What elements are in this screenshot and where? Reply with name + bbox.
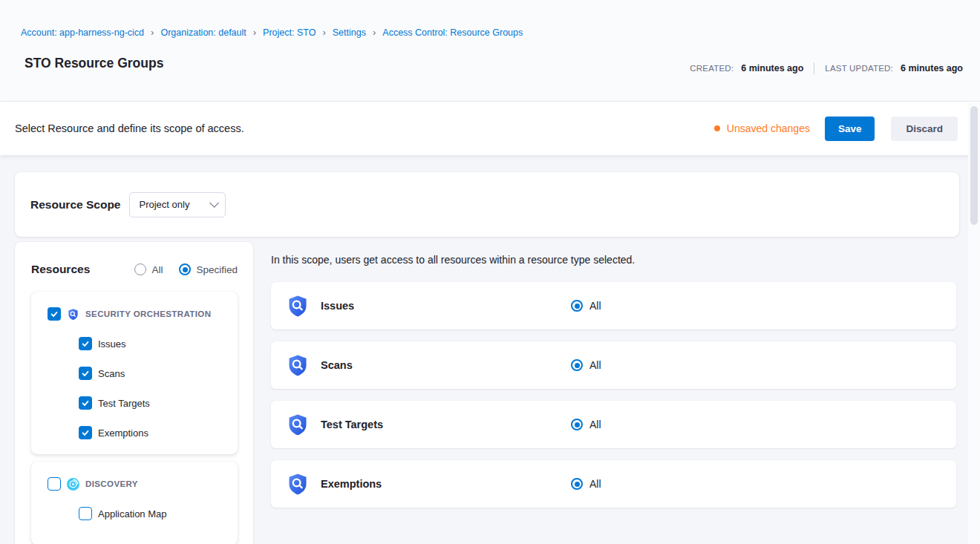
toolbar-actions: Unsaved changes Save Discard bbox=[714, 117, 958, 141]
checkmark-icon bbox=[81, 339, 90, 348]
resource-card-label: Exemptions bbox=[321, 478, 571, 490]
resource-card-label: Test Targets bbox=[321, 419, 571, 430]
created-label: CREATED: bbox=[690, 64, 734, 73]
resource-item-issues: Issues bbox=[31, 337, 238, 350]
resource-item-exemptions: Exemptions bbox=[31, 426, 238, 439]
resource-checkbox-exemptions[interactable] bbox=[79, 426, 92, 439]
toolbar-description: Select Resource and define its scope of … bbox=[15, 122, 244, 134]
header-meta: CREATED: 6 minutes ago LAST UPDATED: 6 m… bbox=[690, 62, 963, 74]
radio-dot bbox=[138, 267, 143, 272]
radio-specified[interactable]: Specified bbox=[179, 263, 238, 275]
page-header: Account: app-harness-ng-cicd › Organizat… bbox=[0, 0, 980, 102]
radio-all-circle[interactable] bbox=[134, 263, 146, 275]
discovery-icon bbox=[67, 478, 79, 491]
radio-dot bbox=[575, 363, 580, 368]
access-radio-circle[interactable] bbox=[571, 359, 583, 371]
resource-card-issues: Issues All bbox=[271, 282, 956, 330]
group-label: SECURITY ORCHESTRATION bbox=[85, 309, 211, 318]
group-checkbox-discovery[interactable] bbox=[48, 477, 61, 491]
created-value: 6 minutes ago bbox=[741, 63, 803, 73]
chevron-right-icon: › bbox=[373, 27, 376, 37]
chevron-right-icon: › bbox=[253, 27, 256, 37]
resource-item-label: Test Targets bbox=[98, 398, 150, 409]
chevron-right-icon: › bbox=[322, 27, 325, 37]
resource-checkbox-issues[interactable] bbox=[79, 337, 92, 350]
access-radio-all[interactable]: All bbox=[571, 359, 601, 371]
sto-shield-icon bbox=[286, 472, 310, 496]
radio-dot bbox=[575, 304, 580, 309]
resource-card-label: Issues bbox=[321, 300, 571, 312]
resources-header: Resources All Specified bbox=[31, 263, 238, 276]
breadcrumb-link-access-control[interactable]: Access Control: Resource Groups bbox=[382, 27, 523, 38]
resource-checkbox-scans[interactable] bbox=[79, 367, 92, 380]
scrollbar[interactable] bbox=[968, 102, 980, 544]
resource-checkbox-application-map[interactable] bbox=[79, 507, 92, 520]
access-radio-label: All bbox=[589, 419, 601, 430]
main-column: In this scope, users get access to all r… bbox=[271, 242, 956, 544]
content-columns: Resources All Specified bbox=[0, 242, 980, 544]
unsaved-changes-text: Unsaved changes bbox=[727, 122, 810, 134]
unsaved-dot-icon bbox=[714, 125, 720, 131]
access-radio-label: All bbox=[589, 359, 601, 371]
access-radio-circle[interactable] bbox=[571, 419, 583, 430]
save-button[interactable]: Save bbox=[825, 117, 875, 141]
sto-shield-icon bbox=[286, 294, 310, 318]
resource-group-security-orchestration: SECURITY ORCHESTRATION Issues Scans bbox=[31, 292, 238, 454]
resource-card-exemptions: Exemptions All bbox=[271, 460, 956, 508]
unsaved-changes: Unsaved changes bbox=[714, 122, 810, 134]
app-viewport: Account: app-harness-ng-cicd › Organizat… bbox=[0, 0, 980, 544]
chevron-right-icon: › bbox=[151, 27, 154, 37]
radio-all-label: All bbox=[151, 264, 163, 275]
breadcrumb-link-account[interactable]: Account: app-harness-ng-cicd bbox=[21, 27, 144, 38]
resource-item-scans: Scans bbox=[31, 367, 238, 380]
resource-scope-select[interactable]: Project only bbox=[129, 192, 226, 217]
checkmark-icon bbox=[81, 428, 90, 437]
resource-scope-label: Resource Scope bbox=[30, 198, 120, 212]
resources-mode-radios: All Specified bbox=[134, 263, 238, 275]
resource-item-label: Issues bbox=[98, 338, 126, 350]
content-area: Resource Scope Project only Resources Al… bbox=[0, 155, 980, 544]
group-checkbox-security-orchestration[interactable] bbox=[48, 307, 61, 321]
breadcrumb-link-organization[interactable]: Organization: default bbox=[160, 27, 246, 38]
access-radio-label: All bbox=[589, 300, 601, 312]
group-header: SECURITY ORCHESTRATION bbox=[31, 307, 238, 321]
scrollbar-thumb[interactable] bbox=[970, 106, 978, 225]
resource-group-discovery: DISCOVERY Application Map bbox=[31, 462, 238, 544]
toolbar: Select Resource and define its scope of … bbox=[0, 102, 980, 155]
access-radio-all[interactable]: All bbox=[571, 300, 601, 312]
radio-dot bbox=[575, 422, 580, 427]
radio-all[interactable]: All bbox=[134, 263, 163, 275]
chevron-down-icon bbox=[210, 198, 220, 208]
resource-item-test-targets: Test Targets bbox=[31, 396, 238, 410]
resource-checkbox-test-targets[interactable] bbox=[79, 396, 92, 410]
checkmark-icon bbox=[81, 399, 90, 407]
radio-specified-circle[interactable] bbox=[179, 263, 191, 275]
access-radio-all[interactable]: All bbox=[571, 419, 601, 430]
checkmark-icon bbox=[50, 309, 59, 318]
resource-item-label: Exemptions bbox=[98, 427, 148, 439]
breadcrumb-link-settings[interactable]: Settings bbox=[333, 27, 366, 38]
access-radio-label: All bbox=[589, 478, 601, 490]
resource-card-scans: Scans All bbox=[271, 341, 956, 389]
access-radio-circle[interactable] bbox=[571, 478, 583, 490]
sto-shield-icon bbox=[286, 353, 310, 377]
resource-scope-card: Resource Scope Project only bbox=[15, 172, 959, 237]
radio-dot bbox=[575, 482, 580, 487]
breadcrumb-link-project[interactable]: Project: STO bbox=[263, 27, 316, 38]
resource-cards: Issues All Scans All bbox=[271, 282, 956, 508]
group-header: DISCOVERY bbox=[31, 477, 238, 491]
radio-specified-label: Specified bbox=[196, 264, 238, 275]
group-label: DISCOVERY bbox=[85, 479, 138, 488]
resource-item-application-map: Application Map bbox=[31, 507, 238, 520]
resource-scope-selected-value: Project only bbox=[139, 199, 189, 210]
access-radio-all[interactable]: All bbox=[571, 478, 601, 490]
radio-dot bbox=[183, 267, 188, 272]
sto-shield-icon bbox=[67, 308, 79, 321]
resources-panel: Resources All Specified bbox=[15, 242, 253, 544]
resource-card-label: Scans bbox=[321, 359, 571, 371]
resources-title: Resources bbox=[31, 263, 90, 276]
main-description: In this scope, users get access to all r… bbox=[271, 254, 956, 266]
discard-button[interactable]: Discard bbox=[891, 117, 958, 141]
access-radio-circle[interactable] bbox=[571, 300, 583, 312]
last-updated-label: LAST UPDATED: bbox=[825, 64, 893, 73]
